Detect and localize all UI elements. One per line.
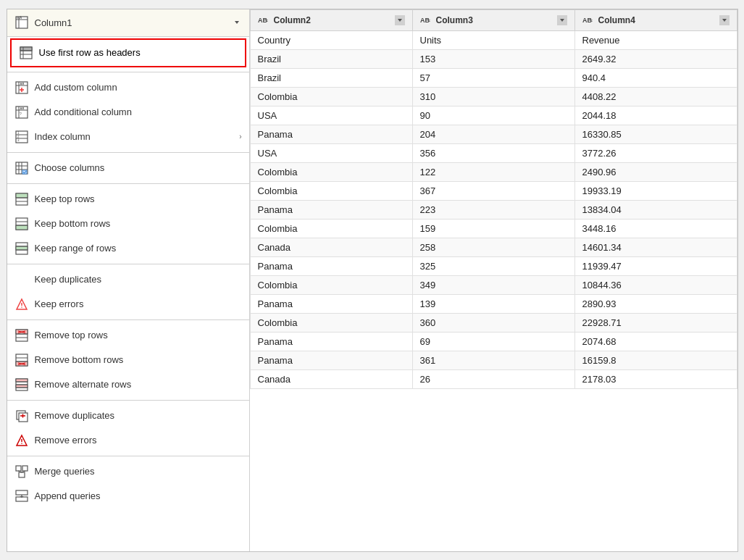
col4-header[interactable]: ABC Column4: [574, 9, 737, 30]
table-row: USA902044.18: [250, 106, 737, 125]
cell-col3-row2: 57: [412, 68, 574, 87]
table-row: Panama32511939.47: [250, 256, 737, 275]
cell-col4-row15: 22928.71: [574, 313, 737, 332]
cell-col3-row13: 349: [412, 275, 574, 294]
cell-col4-row2: 940.4: [574, 68, 737, 87]
cell-col4-row18: 2178.03: [574, 369, 737, 388]
keep-top-rows-icon: [14, 192, 29, 206]
keep-range-of-rows-icon: [14, 241, 29, 256]
remove-errors-item[interactable]: Remove errors: [7, 428, 249, 453]
svg-rect-7: [20, 47, 32, 51]
svg-rect-76: [19, 472, 25, 477]
cell-col2-row4: USA: [250, 106, 412, 125]
remove-top-rows-item[interactable]: Remove top rows: [7, 323, 249, 348]
keep-duplicates-item[interactable]: Keep duplicates: [7, 267, 249, 292]
cell-col2-row15: Colombia: [250, 313, 412, 332]
keep-errors-item[interactable]: Keep errors: [7, 292, 249, 317]
keep-errors-icon: [14, 297, 29, 312]
cell-col2-row5: Panama: [250, 125, 412, 143]
col3-dropdown-btn[interactable]: [557, 15, 567, 25]
col3-header[interactable]: ABC Column3: [412, 9, 574, 30]
col2-dropdown-btn[interactable]: [395, 15, 405, 25]
remove-bottom-rows-label: Remove bottom rows: [35, 354, 242, 365]
cell-col3-row15: 360: [412, 313, 574, 332]
cell-col4-row0: Revenue: [574, 30, 737, 49]
cell-col4-row16: 2074.68: [574, 332, 737, 351]
add-custom-column-label: Add custom column: [35, 82, 242, 93]
cell-col3-row17: 361: [412, 351, 574, 369]
merge-queries-label: Merge queries: [35, 466, 242, 477]
keep-range-of-rows-item[interactable]: Keep range of rows: [7, 236, 249, 261]
table-row: Colombia36719933.19: [250, 181, 737, 200]
cell-col3-row9: 223: [412, 200, 574, 219]
cell-col4-row8: 19933.19: [574, 181, 737, 200]
append-queries-icon: [14, 489, 29, 503]
svg-rect-43: [16, 246, 28, 250]
cell-col3-row3: 310: [412, 87, 574, 106]
svg-rect-74: [16, 466, 21, 471]
col2-header[interactable]: ABC Column2: [250, 9, 412, 30]
svg-text:C: C: [590, 19, 593, 22]
cell-col2-row17: Panama: [250, 351, 412, 369]
cell-col2-row0: Country: [250, 30, 412, 49]
cell-col2-row9: Panama: [250, 200, 412, 219]
index-column-item[interactable]: 1 2 3 Index column ›: [7, 125, 249, 149]
cell-col2-row16: Panama: [250, 332, 412, 351]
cell-col2-row13: Colombia: [250, 275, 412, 294]
svg-rect-39: [16, 225, 28, 230]
cell-col2-row14: Panama: [250, 294, 412, 313]
column1-dropdown-arrow[interactable]: [232, 17, 242, 28]
column1-label: Column1: [35, 17, 72, 28]
col4-header-label: Column4: [598, 15, 635, 25]
append-queries-item[interactable]: Append queries: [7, 484, 249, 509]
cell-col4-row14: 2890.93: [574, 294, 737, 313]
col4-dropdown-btn[interactable]: [719, 15, 730, 25]
append-queries-label: Append queries: [35, 490, 242, 501]
add-custom-column-item[interactable]: AB Add custom column: [7, 75, 249, 100]
cell-col3-row7: 122: [412, 162, 574, 181]
table-row: USA3563772.26: [250, 143, 737, 162]
svg-rect-63: [16, 385, 28, 388]
cell-col3-row6: 356: [412, 143, 574, 162]
col4-type-icon: ABC: [582, 14, 594, 26]
col2-type-icon: ABC: [258, 14, 269, 26]
table-row: Panama692074.68: [250, 332, 737, 351]
table-row: Panama22313834.04: [250, 200, 737, 219]
keep-top-rows-label: Keep top rows: [35, 193, 242, 204]
remove-duplicates-item[interactable]: Remove duplicates: [7, 404, 249, 428]
cell-col4-row10: 3448.16: [574, 219, 737, 238]
svg-text:AB: AB: [20, 106, 24, 110]
separator-4: [7, 264, 249, 264]
separator-3: [7, 183, 249, 184]
keep-bottom-rows-label: Keep bottom rows: [35, 218, 242, 229]
col3-header-label: Column3: [436, 15, 473, 25]
keep-range-of-rows-label: Keep range of rows: [35, 243, 242, 254]
svg-text:?: ?: [20, 112, 22, 116]
remove-bottom-rows-item[interactable]: Remove bottom rows: [7, 348, 249, 372]
cell-col4-row11: 14601.34: [574, 238, 737, 256]
svg-rect-75: [22, 466, 28, 471]
col3-type-icon: ABC: [420, 14, 432, 26]
column1-header[interactable]: A BC Column1: [7, 9, 249, 37]
keep-top-rows-item[interactable]: Keep top rows: [7, 187, 249, 212]
cell-col3-row1: 153: [412, 49, 574, 68]
cell-col4-row3: 4408.22: [574, 87, 737, 106]
use-first-row-icon: [19, 46, 33, 60]
cell-col3-row16: 69: [412, 332, 574, 351]
merge-queries-icon: [14, 464, 29, 479]
choose-columns-label: Choose columns: [35, 162, 242, 173]
merge-queries-item[interactable]: Merge queries: [7, 459, 249, 484]
choose-columns-item[interactable]: Choose columns: [7, 156, 249, 180]
remove-alternate-rows-item[interactable]: Remove alternate rows: [7, 372, 249, 397]
svg-point-73: [21, 443, 22, 444]
keep-bottom-rows-item[interactable]: Keep bottom rows: [7, 212, 249, 236]
svg-marker-88: [560, 19, 564, 22]
add-conditional-column-item[interactable]: AB ? Add conditional column: [7, 100, 249, 125]
use-first-row-menu-item[interactable]: Use first row as headers: [10, 38, 246, 67]
table-row: Colombia1593448.16: [250, 219, 737, 238]
cell-col4-row9: 13834.04: [574, 200, 737, 219]
separator-1: [7, 72, 249, 72]
svg-marker-5: [235, 21, 239, 24]
cell-col4-row4: 2044.18: [574, 106, 737, 125]
separator-5: [7, 319, 249, 320]
